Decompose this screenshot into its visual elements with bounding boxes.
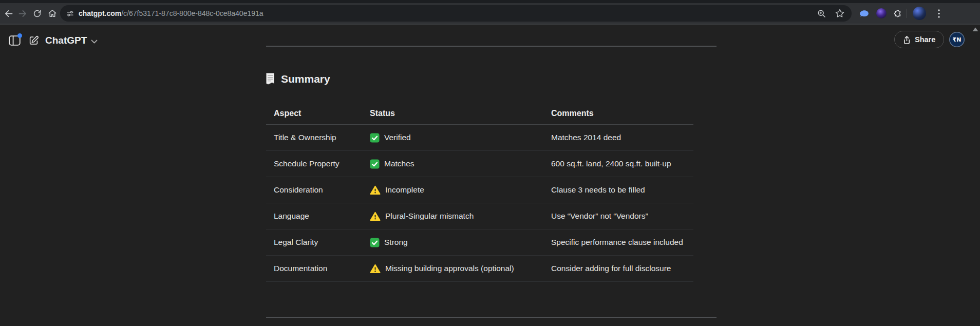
comment-cell: Specific performance clause included — [543, 238, 693, 247]
check-icon — [370, 159, 380, 169]
url-text: chatgpt.com/c/67f53171-87c8-800e-848c-0c… — [79, 9, 263, 17]
share-upload-icon — [903, 35, 911, 44]
whale-extension-icon[interactable] — [857, 3, 872, 24]
zoom-icon[interactable] — [817, 9, 826, 18]
column-header-status: Status — [362, 109, 543, 118]
warning-icon — [370, 212, 381, 221]
status-cell: Plural-Singular mismatch — [362, 212, 543, 221]
orb-extension-icon[interactable] — [875, 3, 888, 24]
table-header-row: Aspect Status Comments — [266, 103, 693, 125]
aspect-cell: Legal Clarity — [266, 238, 362, 247]
status-cell: Matches — [362, 159, 543, 169]
account-initials: ₹N — [953, 36, 962, 43]
browser-profile-avatar[interactable] — [913, 7, 926, 20]
browser-window: chatgpt.com/c/67f53171-87c8-800e-848c-0c… — [0, 0, 980, 326]
table-row: Language Plural-Singular mismatch Use “V… — [266, 203, 693, 229]
comment-cell: Matches 2014 deed — [543, 133, 693, 142]
status-label: Strong — [384, 238, 408, 247]
brand-label: ChatGPT — [45, 35, 87, 46]
share-label: Share — [915, 35, 935, 44]
table-row: Documentation Missing building approvals… — [266, 256, 693, 282]
comment-cell: Use “Vendor” not “Vendors” — [543, 212, 693, 221]
aspect-cell: Schedule Property — [266, 159, 362, 168]
comment-cell: Clause 3 needs to be filled — [543, 185, 693, 195]
share-button[interactable]: Share — [894, 31, 944, 48]
summary-table: Aspect Status Comments Title & Ownership… — [266, 103, 693, 282]
warning-icon — [370, 264, 381, 274]
reload-icon[interactable] — [30, 3, 44, 24]
aspect-cell: Title & Ownership — [266, 133, 362, 142]
url-path: /c/67f53171-87c8-800e-848c-0ce8a40e191a — [121, 9, 263, 17]
check-icon — [370, 133, 380, 143]
forward-icon[interactable] — [15, 3, 30, 24]
bookmark-star-icon[interactable] — [835, 8, 845, 18]
new-chat-icon[interactable] — [25, 31, 43, 50]
status-label: Verified — [384, 133, 411, 142]
check-icon — [370, 238, 380, 247]
home-icon[interactable] — [45, 3, 60, 24]
summary-heading: Summary — [265, 72, 330, 86]
site-info-icon[interactable] — [66, 9, 74, 18]
table-row: Legal Clarity Strong Specific performanc… — [266, 229, 693, 256]
aspect-cell: Language — [266, 212, 362, 221]
browser-toolbar: chatgpt.com/c/67f53171-87c8-800e-848c-0c… — [0, 3, 980, 25]
aspect-cell: Consideration — [266, 185, 362, 195]
url-domain: chatgpt.com — [79, 9, 121, 17]
notification-dot — [17, 33, 22, 38]
table-row: Title & Ownership Verified Matches 2014 … — [266, 125, 693, 151]
sidebar-toggle-icon[interactable] — [5, 31, 24, 50]
status-cell: Incomplete — [362, 185, 543, 195]
toolbar-divider — [907, 9, 907, 18]
comment-cell: 600 sq.ft. land, 2400 sq.ft. built-up — [543, 159, 693, 168]
column-header-comments: Comments — [543, 109, 693, 118]
status-cell: Strong — [362, 238, 543, 247]
page-with-curl-icon — [265, 72, 275, 86]
status-label: Missing building approvals (optional) — [385, 264, 514, 273]
chevron-down-icon — [91, 40, 98, 44]
column-header-aspect: Aspect — [266, 109, 362, 118]
back-icon[interactable] — [1, 3, 15, 24]
url-bar[interactable]: chatgpt.com/c/67f53171-87c8-800e-848c-0c… — [60, 5, 852, 22]
account-avatar[interactable]: ₹N — [949, 32, 965, 47]
comment-cell: Consider adding for full disclosure — [543, 264, 693, 273]
menu-kebab-icon[interactable] — [933, 3, 945, 24]
horizontal-rule-top — [266, 46, 717, 47]
status-cell: Verified — [362, 133, 543, 143]
summary-heading-label: Summary — [281, 73, 330, 85]
table-row: Consideration Incomplete Clause 3 needs … — [266, 177, 693, 203]
extensions-puzzle-icon[interactable] — [890, 3, 904, 24]
aspect-cell: Documentation — [266, 264, 362, 273]
warning-icon — [370, 185, 381, 195]
status-label: Incomplete — [385, 185, 424, 195]
table-row: Schedule Property Matches 600 sq.ft. lan… — [266, 151, 693, 177]
status-cell: Missing building approvals (optional) — [362, 264, 543, 274]
horizontal-rule-bottom — [266, 317, 717, 318]
scrollbar-up-arrow[interactable] — [972, 27, 979, 32]
status-label: Matches — [384, 159, 414, 168]
model-switcher[interactable]: ChatGPT — [45, 31, 98, 50]
status-label: Plural-Singular mismatch — [385, 212, 474, 221]
